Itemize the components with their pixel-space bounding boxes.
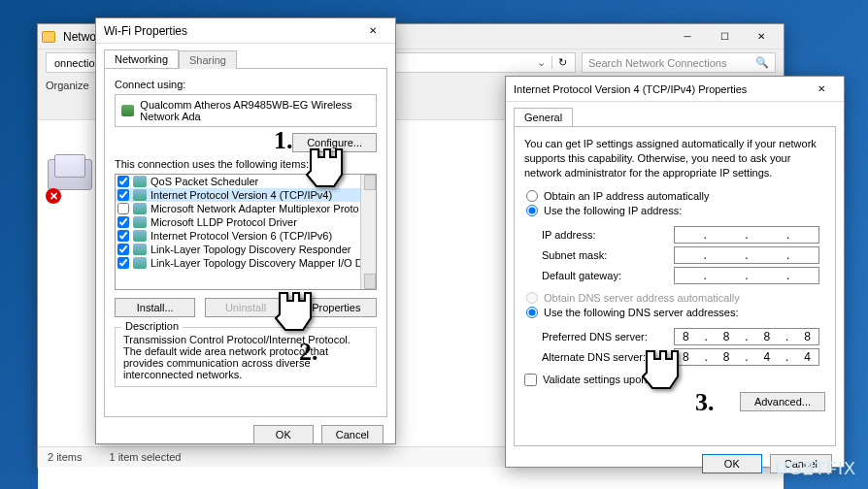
titlebar: Wi-Fi Properties ✕ xyxy=(96,18,395,44)
item-label: Internet Protocol Version 6 (TCP/IPv6) xyxy=(150,230,332,242)
list-item[interactable]: Internet Protocol Version 4 (TCP/IPv4) xyxy=(116,188,376,202)
ip-address-label: IP address: xyxy=(542,229,668,241)
item-checkbox[interactable] xyxy=(117,189,129,201)
ok-button[interactable]: OK xyxy=(702,454,762,473)
item-checkbox[interactable] xyxy=(117,216,129,228)
protocol-icon xyxy=(133,189,147,201)
configure-button[interactable]: Configure... xyxy=(292,133,377,152)
tab-body: Connect using: Qualcomm Atheros AR9485WB… xyxy=(104,68,387,417)
item-label: Microsoft LLDP Protocol Driver xyxy=(150,216,297,228)
items-label: This connection uses the following items… xyxy=(115,158,377,170)
ok-button[interactable]: OK xyxy=(253,425,314,444)
alt-dns-input[interactable]: 8.8.4.4 xyxy=(674,348,819,366)
list-item[interactable]: Link-Layer Topology Discovery Responder xyxy=(116,243,376,256)
list-item[interactable]: Microsoft Network Adapter Multiplexor Pr… xyxy=(116,202,376,215)
install-button[interactable]: Install... xyxy=(115,298,195,317)
maximize-button[interactable]: ☐ xyxy=(706,27,743,47)
items-list[interactable]: QoS Packet Scheduler Internet Protocol V… xyxy=(115,174,377,290)
item-checkbox[interactable] xyxy=(117,244,129,255)
protocol-icon xyxy=(133,176,147,187)
item-label: Link-Layer Topology Discovery Mapper I/O… xyxy=(150,257,377,269)
dialog-title: Wi-Fi Properties xyxy=(100,24,354,38)
radio-use-dns[interactable]: Use the following DNS server addresses: xyxy=(526,307,825,318)
minimize-button[interactable]: ─ xyxy=(669,27,706,47)
tab-body: You can get IP settings assigned automat… xyxy=(514,126,836,446)
scrollbar[interactable] xyxy=(360,175,376,289)
validate-checkbox[interactable] xyxy=(524,374,537,386)
ip-address-input[interactable]: ... xyxy=(674,226,819,244)
info-text: You can get IP settings assigned automat… xyxy=(524,137,825,180)
list-item[interactable]: Microsoft LLDP Protocol Driver xyxy=(116,215,376,229)
nic-icon xyxy=(121,105,134,116)
tab-general[interactable]: General xyxy=(514,108,573,126)
annotation-2: 2. xyxy=(299,338,318,367)
list-item[interactable]: QoS Packet Scheduler xyxy=(116,175,376,188)
adapter-name: Qualcomm Atheros AR9485WB-EG Wireless Ne… xyxy=(140,99,370,122)
close-button[interactable]: ✕ xyxy=(743,27,780,47)
item-label: Link-Layer Topology Discovery Responder xyxy=(150,244,351,255)
tab-strip: Networking Sharing xyxy=(96,44,395,68)
protocol-icon xyxy=(133,257,147,269)
watermark: UGƎTFIX xyxy=(775,458,856,479)
adapter-field: Qualcomm Atheros AR9485WB-EG Wireless Ne… xyxy=(115,94,377,127)
validate-checkbox-row[interactable]: Validate settings upon exit xyxy=(524,374,825,386)
organize-button[interactable]: Organize xyxy=(46,80,89,91)
search-input[interactable]: Search Network Connections 🔍 xyxy=(582,52,776,73)
uninstall-button: Uninstall xyxy=(205,298,285,317)
gateway-label: Default gateway: xyxy=(542,270,668,281)
list-item[interactable]: Internet Protocol Version 6 (TCP/IPv6) xyxy=(116,229,376,243)
item-checkbox[interactable] xyxy=(117,257,129,269)
properties-button[interactable]: Properties xyxy=(296,298,377,317)
tab-sharing[interactable]: Sharing xyxy=(179,50,237,69)
subnet-mask-input[interactable]: ... xyxy=(674,246,819,264)
protocol-icon xyxy=(133,230,147,242)
titlebar: Internet Protocol Version 4 (TCP/IPv4) P… xyxy=(506,77,844,102)
protocol-icon xyxy=(133,216,147,228)
radio-use-ip[interactable]: Use the following IP address: xyxy=(526,205,825,216)
connect-using-label: Connect using: xyxy=(115,79,377,90)
item-checkbox[interactable] xyxy=(117,203,129,214)
annotation-3: 3. xyxy=(695,388,715,417)
item-label: Microsoft Network Adapter Multiplexor Pr… xyxy=(150,203,359,214)
network-adapter-icon[interactable]: ✕ xyxy=(48,159,94,202)
radio-auto-ip[interactable]: Obtain an IP address automatically xyxy=(526,190,825,202)
item-checkbox[interactable] xyxy=(117,176,129,187)
search-icon: 🔍 xyxy=(755,56,769,69)
cancel-button[interactable]: Cancel xyxy=(321,425,384,444)
gateway-input[interactable]: ... xyxy=(674,267,819,284)
ipv4-properties-dialog: Internet Protocol Version 4 (TCP/IPv4) P… xyxy=(505,76,845,468)
refresh-icon[interactable]: ↻ xyxy=(551,56,567,69)
dropdown-icon[interactable]: ⌄ xyxy=(537,56,546,69)
protocol-icon xyxy=(133,203,147,214)
description-legend: Description xyxy=(121,320,183,332)
folder-icon xyxy=(42,31,55,43)
dialog-title: Internet Protocol Version 4 (TCP/IPv4) P… xyxy=(510,83,803,95)
pref-dns-input[interactable]: 8.8.8.8 xyxy=(674,328,819,345)
pref-dns-label: Preferred DNS server: xyxy=(542,331,668,342)
description-box: Description Transmission Control Protoco… xyxy=(115,327,377,387)
radio-auto-dns: Obtain DNS server address automatically xyxy=(526,292,825,304)
search-placeholder: Search Network Connections xyxy=(588,57,726,69)
status-items: 2 items xyxy=(48,451,82,463)
advanced-button[interactable]: Advanced... xyxy=(740,392,825,411)
item-label: QoS Packet Scheduler xyxy=(150,176,258,187)
tab-networking[interactable]: Networking xyxy=(104,49,179,68)
protocol-icon xyxy=(133,244,147,255)
alt-dns-label: Alternate DNS server: xyxy=(542,351,668,363)
close-button[interactable]: ✕ xyxy=(803,80,840,99)
list-item[interactable]: Link-Layer Topology Discovery Mapper I/O… xyxy=(116,256,376,270)
tab-strip: General xyxy=(506,102,844,126)
annotation-1: 1. xyxy=(274,126,293,155)
item-label: Internet Protocol Version 4 (TCP/IPv4) xyxy=(150,189,332,201)
close-button[interactable]: ✕ xyxy=(354,21,391,41)
item-checkbox[interactable] xyxy=(117,230,129,242)
subnet-mask-label: Subnet mask: xyxy=(542,249,668,261)
disabled-overlay-icon: ✕ xyxy=(46,188,61,204)
wifi-properties-dialog: Wi-Fi Properties ✕ Networking Sharing Co… xyxy=(95,17,396,444)
